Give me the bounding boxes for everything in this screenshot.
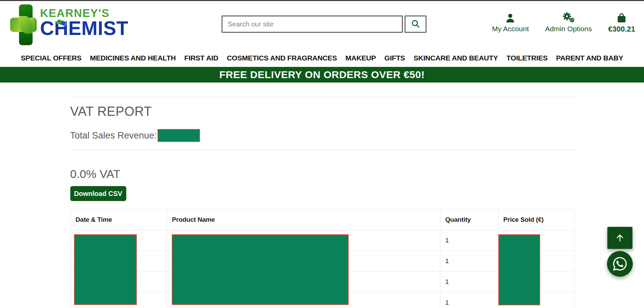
col-header-quantity: Quantity (440, 210, 498, 230)
pharmacy-cross-icon (10, 4, 37, 45)
nav-item-skincare-and-beauty[interactable]: SKINCARE AND BEAUTY (413, 54, 498, 62)
admin-options-button[interactable]: Admin Options (545, 12, 592, 34)
site-logo[interactable]: KEARNEY'S CHEMIST (10, 4, 128, 45)
table-header-row: Date & Time Product Name Quantity Price … (70, 210, 574, 230)
search-icon (410, 19, 421, 29)
nav-item-medicines-and-health[interactable]: MEDICINES AND HEALTH (90, 54, 176, 62)
cell-quantity: 1 (440, 272, 498, 292)
whatsapp-button[interactable] (607, 251, 633, 277)
cart-button[interactable]: €300.21 (608, 12, 635, 34)
col-header-product-name: Product Name (167, 210, 440, 230)
cell-quantity: 1 (440, 251, 498, 272)
search-button[interactable] (405, 16, 426, 33)
col-header-price-sold: Price Sold (€) (498, 210, 574, 230)
vat-table-wrap: Date & Time Product Name Quantity Price … (70, 209, 574, 308)
price-sold-column-redaction (498, 234, 540, 305)
nav-item-first-aid[interactable]: FIRST AID (184, 54, 218, 62)
product-name-column-redaction (172, 234, 349, 305)
page-title: VAT REPORT (70, 104, 574, 119)
nav-item-makeup[interactable]: MAKEUP (345, 54, 376, 62)
divider-top (70, 97, 574, 97)
header-actions: My Account (492, 12, 635, 34)
gears-icon (562, 12, 575, 23)
user-icon (505, 13, 515, 23)
search-input[interactable] (222, 16, 403, 33)
nav-item-special-offers[interactable]: SPECIAL OFFERS (21, 54, 81, 62)
cell-quantity: 1 (440, 292, 498, 308)
whatsapp-icon (613, 256, 627, 272)
logo-name-bottom: CHEMIST (40, 19, 128, 38)
total-sales-label: Total Sales Revenue: (70, 130, 157, 141)
nav-item-gifts[interactable]: GIFTS (384, 54, 405, 62)
vat-section-title: 0.0% VAT (70, 167, 574, 181)
up-arrow-icon (615, 233, 625, 243)
cart-total: €300.21 (608, 25, 635, 34)
download-csv-button[interactable]: Download CSV (70, 186, 126, 201)
total-sales-row: Total Sales Revenue: (70, 129, 574, 142)
divider-middle (70, 149, 574, 150)
site-header: KEARNEY'S CHEMIST My Account (0, 1, 644, 49)
search-bar (222, 16, 426, 33)
total-sales-value-redacted (158, 129, 200, 142)
scroll-to-top-button[interactable] (607, 227, 632, 249)
nav-item-toiletries[interactable]: TOILETRIES (507, 54, 548, 62)
nav-item-cosmetics-and-fragrances[interactable]: COSMETICS AND FRAGRANCES (227, 54, 337, 62)
banner-text: FREE DELIVERY ON ORDERS OVER €50! (219, 69, 425, 80)
date-time-column-redaction (74, 234, 137, 305)
cell-quantity: 1 (440, 230, 498, 251)
my-account-button[interactable]: My Account (492, 12, 529, 34)
nav-item-parent-and-baby[interactable]: PARENT AND BABY (556, 54, 623, 62)
admin-options-label: Admin Options (545, 25, 592, 33)
main-navigation: SPECIAL OFFERS MEDICINES AND HEALTH FIRS… (0, 49, 644, 67)
col-header-date-time: Date & Time (70, 210, 167, 230)
shopping-bag-icon (617, 12, 627, 23)
my-account-label: My Account (492, 25, 529, 33)
free-delivery-banner: FREE DELIVERY ON ORDERS OVER €50! (0, 67, 644, 83)
vat-report-content: VAT REPORT Total Sales Revenue: 0.0% VAT… (70, 97, 574, 308)
